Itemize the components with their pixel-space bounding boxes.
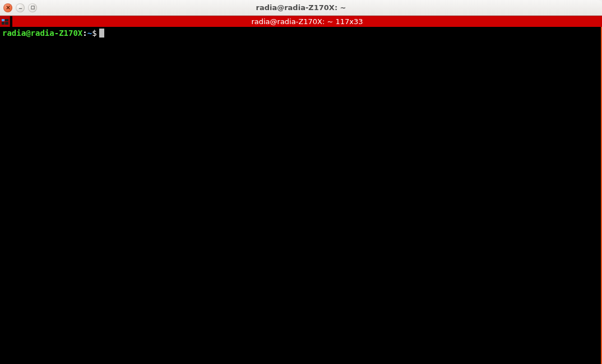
window-title: radia@radia-Z170X: ~ — [0, 3, 602, 12]
svg-rect-3 — [31, 6, 34, 9]
tab-title[interactable]: radia@radia-Z170X: ~ 117x33 — [12, 16, 602, 27]
prompt-line: radia@radia-Z170X:~$ — [2, 28, 599, 38]
tab-workspace-indicator[interactable] — [0, 16, 10, 27]
titlebar[interactable]: radia@radia-Z170X: ~ — [0, 0, 602, 16]
minimize-button[interactable] — [16, 3, 25, 12]
terminal-window: radia@radia-Z170X: ~ radia@radia-Z170X: … — [0, 0, 602, 364]
minimize-icon — [18, 5, 23, 10]
close-icon — [6, 5, 11, 10]
maximize-button[interactable] — [28, 3, 37, 12]
close-button[interactable] — [3, 3, 12, 12]
terminal-viewport[interactable]: radia@radia-Z170X:~$ — [0, 27, 602, 364]
maximize-icon — [30, 5, 35, 10]
window-controls — [3, 3, 37, 12]
prompt-cwd: ~ — [87, 28, 92, 38]
workspace-grid-icon — [2, 19, 8, 25]
prompt-separator: : — [82, 28, 87, 38]
prompt-user-host: radia@radia-Z170X — [2, 28, 82, 38]
prompt-symbol: $ — [92, 28, 96, 38]
terminal-tabbar: radia@radia-Z170X: ~ 117x33 — [0, 16, 602, 27]
terminal-cursor — [99, 29, 104, 38]
